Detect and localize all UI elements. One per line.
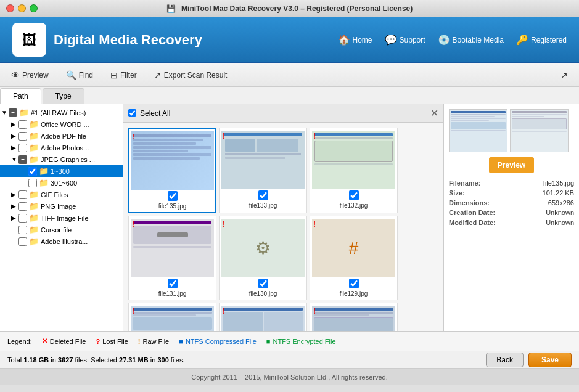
checkbox-thumb-file133[interactable]	[258, 190, 268, 200]
meta-filename-label: Filename:	[449, 179, 480, 187]
checkbox-301to600[interactable]	[28, 179, 37, 187]
thumbnail-file129[interactable]: ! # file129.jpg	[310, 216, 398, 300]
thumbnail-file128b[interactable]: ! file127.jpg	[219, 303, 307, 331]
tree-item-png[interactable]: ▶ 📁 PNG Image	[0, 200, 123, 212]
tree-item-301to600[interactable]: ▶ 📁 301~600	[0, 177, 123, 189]
tree-toggle-adobe-photos[interactable]: ▶	[11, 144, 18, 151]
folder-icon-adobe-pdf: 📁	[29, 131, 39, 141]
thumbnail-file135[interactable]: ! file135.jpg	[128, 128, 216, 213]
thumb-img-file135: !	[131, 131, 214, 190]
thumb-label-file135: file135.jpg	[158, 203, 187, 210]
checkbox-gif[interactable]	[18, 190, 27, 199]
thumb-img-file128c: !	[312, 306, 395, 331]
export-button[interactable]: ↗ Export Scan Result	[150, 68, 231, 82]
warn-icon-file133: !	[223, 132, 225, 141]
tree-item-jpeg-graphics[interactable]: ▼ – 📁 JPEG Graphics ...	[0, 153, 123, 165]
filter-icon: ⊟	[110, 70, 118, 80]
tree-toggle-office-word[interactable]: ▶	[11, 121, 18, 128]
tree-item-office-word[interactable]: ▶ 📁 Office WORD ...	[0, 118, 123, 130]
preview-button[interactable]: 👁 Preview	[7, 68, 52, 82]
nav-home[interactable]: 🏠 Home	[338, 34, 372, 46]
find-button[interactable]: 🔍 Find	[62, 68, 97, 82]
thumb-label-file133: file133.jpg	[249, 202, 277, 209]
checkbox-png[interactable]	[18, 202, 27, 211]
tree-toggle-gif[interactable]: ▶	[11, 191, 18, 198]
selected-files: 300	[157, 356, 168, 364]
nav-support[interactable]: 💬 Support	[385, 34, 425, 46]
thumbnail-file132[interactable]: ! file132.jpg	[310, 128, 398, 213]
tree-item-tiff[interactable]: ▶ 📁 TIFF Image File	[0, 212, 123, 224]
warn-icon-file128c: !	[313, 307, 316, 316]
tree-item-cursor[interactable]: ▶ 📁 Cursor file	[0, 224, 123, 235]
tree-item-gif[interactable]: ▶ 📁 GIF Files	[0, 189, 123, 200]
tree-item-adobe-pdf[interactable]: ▶ 📁 Adobe PDF file	[0, 130, 123, 142]
gear-thumb-icon: ⚙	[255, 238, 271, 258]
meta-size-row: Size: 101.22 KB	[449, 189, 574, 197]
legend-ntfs-encrypted: ■ NTFS Encrypted File	[266, 338, 336, 345]
close-window-button[interactable]	[6, 4, 14, 12]
meta-filename-row: Filename: file135.jpg	[449, 179, 574, 187]
maximize-window-button[interactable]	[30, 4, 38, 12]
legend-ntfs-compressed: ■ NTFS Compressed File	[179, 338, 257, 345]
meta-dimensions-value: 659x286	[548, 199, 574, 206]
tab-type[interactable]: Type	[43, 88, 84, 104]
checkbox-thumb-file130[interactable]	[258, 279, 268, 288]
content-header: Select All ✕	[123, 104, 443, 123]
tree-toggle-png[interactable]: ▶	[11, 203, 18, 210]
thumbnails-grid: ! file135.jpg	[123, 123, 443, 331]
select-all-checkbox[interactable]	[128, 109, 136, 117]
tree-toggle-adobe-pdf[interactable]: ▶	[11, 133, 18, 139]
thumbnail-file133[interactable]: ! file133.jpg	[219, 128, 307, 213]
tree-toggle-tiff[interactable]: ▶	[11, 214, 18, 221]
folder-icon-gif: 📁	[29, 190, 39, 199]
checkbox-adobe-pdf[interactable]	[18, 132, 27, 141]
back-button[interactable]: Back	[486, 353, 524, 367]
legend-title: Legend:	[7, 338, 32, 345]
tab-path[interactable]: Path	[0, 88, 41, 104]
thumbnail-file130[interactable]: ! ⚙ file130.jpg	[219, 216, 307, 300]
checkbox-1to300[interactable]	[28, 167, 37, 176]
content-close-button[interactable]: ✕	[430, 107, 438, 119]
footer-text: Copyright 2011 – 2015, MiniTool Solution…	[191, 374, 388, 381]
checkbox-thumb-file131[interactable]	[168, 279, 178, 288]
tree-item-root[interactable]: ▼ – 📁 #1 (All RAW Files)	[0, 107, 123, 118]
app-header: 🖼 Digital Media Recovery 🏠 Home 💬 Suppor…	[0, 17, 579, 63]
tree-toggle-jpeg-graphics[interactable]: ▼	[11, 156, 18, 163]
minimize-window-button[interactable]	[18, 4, 26, 12]
checkbox-cursor[interactable]	[18, 226, 27, 234]
checkbox-thumb-file129[interactable]	[349, 279, 359, 288]
checkbox-thumb-file132[interactable]	[349, 190, 359, 200]
checkbox-adobe-illustra[interactable]	[18, 237, 27, 246]
thumbnail-file131[interactable]: ! file131.jpg	[128, 216, 216, 300]
folder-icon-301to600: 📁	[39, 178, 49, 187]
checkbox-office-word[interactable]	[18, 120, 27, 129]
checkbox-thumb-file135[interactable]	[168, 191, 178, 201]
share-button[interactable]: ↗	[557, 68, 572, 82]
checkbox-tiff[interactable]	[18, 214, 27, 223]
folder-icon-cursor: 📁	[29, 225, 39, 234]
tree-item-1to300[interactable]: ▶ 📁 1~300	[0, 165, 123, 177]
folder-icon-office-word: 📁	[29, 120, 39, 129]
preview-detail-button[interactable]: Preview	[489, 157, 534, 173]
save-button[interactable]: Save	[528, 353, 572, 367]
bootable-media-icon: 💿	[438, 34, 450, 46]
thumb-label-file132: file132.jpg	[340, 202, 368, 209]
nav-bootable-media[interactable]: 💿 Bootable Media	[438, 34, 504, 46]
meta-modified-label: Modified Date:	[449, 219, 496, 226]
tree-item-adobe-photos[interactable]: ▶ 📁 Adobe Photos...	[0, 142, 123, 153]
status-text: Total 1.18 GB in 3627 files. Selected 27…	[7, 356, 184, 364]
warn-icon-file130: !	[223, 220, 225, 229]
nav-registered[interactable]: 🔑 Registered	[516, 34, 567, 46]
checkbox-adobe-photos[interactable]	[18, 144, 27, 152]
meta-dimensions-row: Dimensions: 659x286	[449, 199, 574, 206]
folder-icon-1to300: 📁	[39, 166, 49, 176]
filter-button[interactable]: ⊟ Filter	[107, 68, 141, 82]
legend-deleted: ✕ Deleted File	[42, 337, 86, 345]
tree-toggle-root[interactable]: ▼	[1, 109, 9, 116]
selected-size: 27.31 MB	[119, 356, 149, 364]
legend-lost: ? Lost File	[96, 338, 128, 345]
thumbnail-file128c[interactable]: ! file126.jpg	[310, 303, 398, 331]
thumbnail-file128a[interactable]: ! file128.jpg	[128, 303, 216, 331]
tree-item-adobe-illustra[interactable]: ▶ 📁 Adobe Illustra...	[0, 235, 123, 247]
thumbnails-container[interactable]: ! file135.jpg	[123, 123, 443, 331]
